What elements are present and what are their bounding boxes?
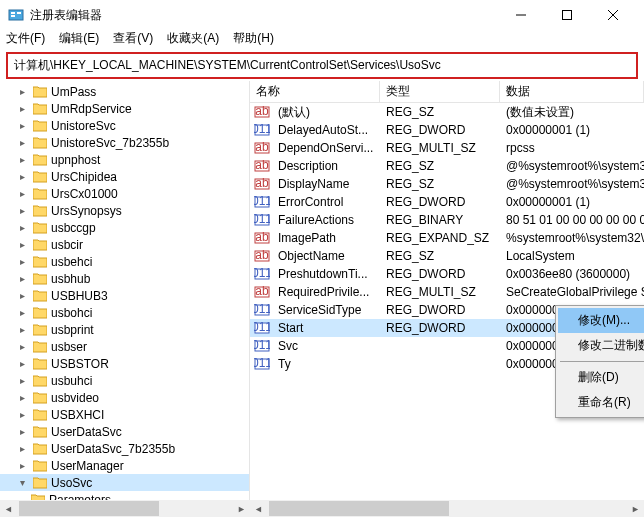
scroll-thumb[interactable] — [269, 501, 449, 516]
tree-item[interactable]: ▸UrsSynopsys — [0, 202, 249, 219]
tree-label: usbprint — [51, 323, 94, 337]
folder-icon — [32, 238, 48, 252]
svg-text:ab: ab — [255, 230, 269, 244]
scroll-track[interactable] — [267, 500, 627, 517]
cell-name: PreshutdownTi... — [272, 267, 380, 281]
close-button[interactable] — [590, 0, 636, 30]
tree-item[interactable]: ▸usbcir — [0, 236, 249, 253]
list-row[interactable]: abImagePathREG_EXPAND_SZ%systemroot%\sys… — [250, 229, 644, 247]
tree-item[interactable]: ▸usbprint — [0, 321, 249, 338]
col-data[interactable]: 数据 — [500, 81, 644, 102]
tree-item[interactable]: ▸upnphost — [0, 151, 249, 168]
scrollbar-horizontal-right[interactable]: ◄ ► — [250, 500, 644, 517]
svg-text:011: 011 — [254, 194, 270, 208]
scroll-right-button[interactable]: ► — [233, 500, 250, 517]
tree-item[interactable]: ▸UserManager — [0, 457, 249, 474]
list-row[interactable]: 011FailureActionsREG_BINARY80 51 01 00 0… — [250, 211, 644, 229]
tree-item[interactable]: ▸usbuhci — [0, 372, 249, 389]
value-icon: 011 — [254, 320, 270, 336]
chevron-icon: ▸ — [20, 324, 32, 335]
scroll-left-button[interactable]: ◄ — [0, 500, 17, 517]
cell-type: REG_MULTI_SZ — [380, 285, 500, 299]
ctx-rename[interactable]: 重命名(R) — [558, 390, 644, 415]
menu-file[interactable]: 文件(F) — [6, 30, 45, 50]
minimize-button[interactable] — [498, 0, 544, 30]
cell-name: ErrorControl — [272, 195, 380, 209]
tree-label: usbvideo — [51, 391, 99, 405]
list-row[interactable]: abDisplayNameREG_SZ@%systemroot%\system3… — [250, 175, 644, 193]
list-row[interactable]: abRequiredPrivile...REG_MULTI_SZSeCreate… — [250, 283, 644, 301]
tree-item[interactable]: ▾UsoSvc — [0, 474, 249, 491]
tree-label: UserManager — [51, 459, 124, 473]
tree-item[interactable]: ▸usbvideo — [0, 389, 249, 406]
tree-item[interactable]: ▸UmPass — [0, 83, 249, 100]
list-row[interactable]: 011ErrorControlREG_DWORD0x00000001 (1) — [250, 193, 644, 211]
menu-view[interactable]: 查看(V) — [113, 30, 153, 50]
scroll-track[interactable] — [17, 500, 233, 517]
folder-icon — [32, 85, 48, 99]
chevron-icon: ▸ — [20, 460, 32, 471]
tree-label: usbccgp — [51, 221, 96, 235]
scrollbar-horizontal[interactable]: ◄ ► — [0, 500, 250, 517]
tree-item[interactable]: ▸USBXHCI — [0, 406, 249, 423]
tree-item[interactable]: ▸UrsCx01000 — [0, 185, 249, 202]
col-type[interactable]: 类型 — [380, 81, 500, 102]
tree-item[interactable]: ▸usbccgp — [0, 219, 249, 236]
tree-item[interactable]: ▸UnistoreSvc — [0, 117, 249, 134]
address-bar[interactable]: 计算机\HKEY_LOCAL_MACHINE\SYSTEM\CurrentCon… — [6, 52, 638, 79]
tree-item[interactable]: ▸UrsChipidea — [0, 168, 249, 185]
tree-item[interactable]: ▸UserDataSvc_7b2355b — [0, 440, 249, 457]
ctx-delete[interactable]: 删除(D) — [558, 365, 644, 390]
cell-data: 80 51 01 00 00 00 00 00 00 — [500, 213, 644, 227]
tree-item[interactable]: ▸usbser — [0, 338, 249, 355]
svg-text:011: 011 — [254, 338, 270, 352]
svg-text:ab: ab — [255, 158, 269, 172]
menu-help[interactable]: 帮助(H) — [233, 30, 274, 50]
value-icon: ab — [254, 284, 270, 300]
list-row[interactable]: 011PreshutdownTi...REG_DWORD0x0036ee80 (… — [250, 265, 644, 283]
tree-item[interactable]: ▸USBHUB3 — [0, 287, 249, 304]
tree-label: UmRdpService — [51, 102, 132, 116]
cell-name: DisplayName — [272, 177, 380, 191]
cell-name: ObjectName — [272, 249, 380, 263]
list-row[interactable]: abDescriptionREG_SZ@%systemroot%\system3… — [250, 157, 644, 175]
tree-item[interactable]: ▸USBSTOR — [0, 355, 249, 372]
tree-item[interactable]: ▸usbehci — [0, 253, 249, 270]
folder-icon — [32, 102, 48, 116]
value-icon: 011 — [254, 356, 270, 372]
svg-text:011: 011 — [254, 266, 270, 280]
cell-data: SeCreateGlobalPrivilege Se — [500, 285, 644, 299]
menu-favorites[interactable]: 收藏夹(A) — [167, 30, 219, 50]
menu-edit[interactable]: 编辑(E) — [59, 30, 99, 50]
chevron-icon: ▸ — [20, 290, 32, 301]
maximize-button[interactable] — [544, 0, 590, 30]
tree-panel: ▸UmPass▸UmRdpService▸UnistoreSvc▸Unistor… — [0, 81, 250, 517]
scroll-right-button[interactable]: ► — [627, 500, 644, 517]
tree-item[interactable]: ▸UserDataSvc — [0, 423, 249, 440]
tree-item[interactable]: ▸usbhub — [0, 270, 249, 287]
cell-name: ImagePath — [272, 231, 380, 245]
scroll-left-button[interactable]: ◄ — [250, 500, 267, 517]
cell-type: REG_DWORD — [380, 321, 500, 335]
folder-icon — [32, 119, 48, 133]
list-row[interactable]: abDependOnServi...REG_MULTI_SZrpcss — [250, 139, 644, 157]
col-name[interactable]: 名称 — [250, 81, 380, 102]
list-header: 名称 类型 数据 — [250, 81, 644, 103]
cell-type: REG_EXPAND_SZ — [380, 231, 500, 245]
list-row[interactable]: abObjectNameREG_SZLocalSystem — [250, 247, 644, 265]
tree-label: upnphost — [51, 153, 100, 167]
chevron-icon: ▸ — [20, 171, 32, 182]
cell-data: @%systemroot%\system32 — [500, 159, 644, 173]
list-row[interactable]: ab(默认)REG_SZ(数值未设置) — [250, 103, 644, 121]
tree-item[interactable]: ▸usbohci — [0, 304, 249, 321]
tree-item[interactable]: ▸UmRdpService — [0, 100, 249, 117]
cell-name: FailureActions — [272, 213, 380, 227]
ctx-modify-binary[interactable]: 修改二进制数据(B)... — [558, 333, 644, 358]
scroll-thumb[interactable] — [19, 501, 159, 516]
chevron-icon: ▾ — [20, 477, 32, 488]
folder-icon — [32, 170, 48, 184]
tree-item[interactable]: ▸UnistoreSvc_7b2355b — [0, 134, 249, 151]
tree-label: usbohci — [51, 306, 92, 320]
list-row[interactable]: 011DelayedAutoSt...REG_DWORD0x00000001 (… — [250, 121, 644, 139]
ctx-modify[interactable]: 修改(M)... — [558, 308, 644, 333]
